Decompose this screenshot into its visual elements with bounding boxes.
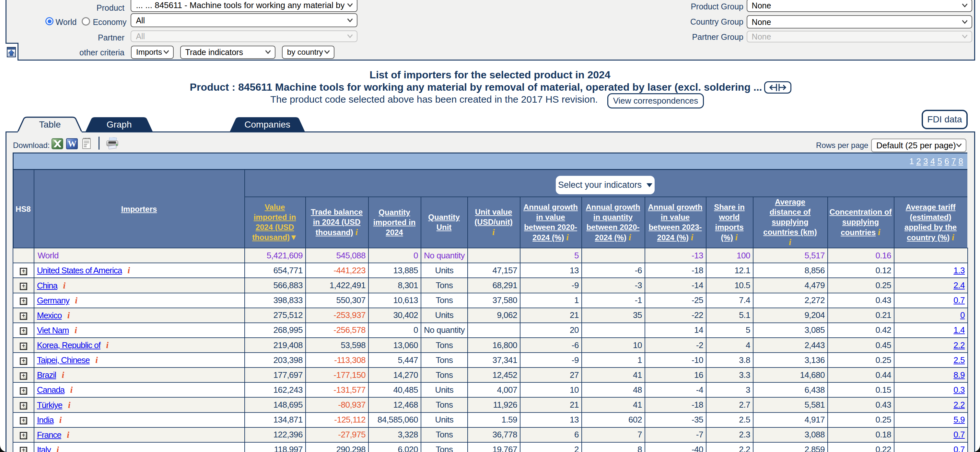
svg-text:W: W: [68, 139, 76, 149]
